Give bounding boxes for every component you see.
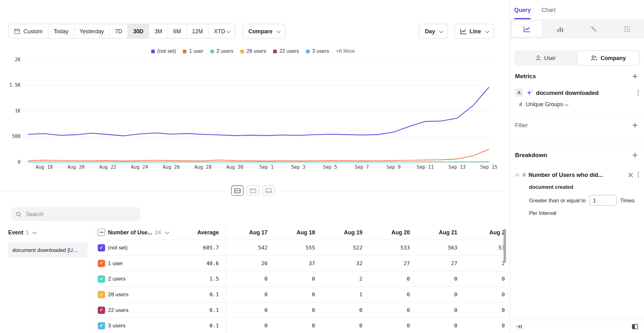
metric-options-button[interactable] (636, 89, 640, 97)
interval-select-button[interactable]: Day (419, 24, 448, 39)
times-value-input[interactable] (589, 195, 616, 205)
chart-type-line-button[interactable] (510, 19, 543, 38)
chevron-down-icon (165, 230, 169, 234)
layout-split-icon (234, 188, 241, 193)
legend-item[interactable]: 22 users (273, 48, 299, 54)
range-3m-button[interactable]: 3M (149, 24, 168, 38)
range-30d-button[interactable]: 30D (127, 24, 149, 38)
table-scrollbar[interactable] (503, 229, 506, 263)
metric-item[interactable]: A document downloaded # Unique Groups (510, 85, 644, 114)
bar-chart-icon (557, 26, 564, 32)
row-checkbox[interactable]: ✓ (98, 275, 105, 283)
date-column-header[interactable]: Aug 21 (416, 229, 463, 235)
cell-value: 563 (416, 244, 463, 251)
row-checkbox[interactable]: ✓ (98, 259, 105, 267)
panel-tabs: Query Chart (510, 0, 644, 19)
chart-display-tools: Day Line (419, 24, 494, 39)
breakdown-name[interactable]: Number of Users who did... (529, 172, 625, 178)
event-sparkle-icon (526, 90, 533, 96)
date-column-header[interactable]: Aug 2 (463, 229, 507, 235)
search-input[interactable] (25, 211, 136, 218)
add-metric-button[interactable] (632, 73, 638, 79)
row-checkbox[interactable]: ✓ (98, 306, 105, 314)
tab-chart[interactable]: Chart (541, 0, 556, 19)
legend-item[interactable]: 2 users (210, 48, 233, 54)
breakdown-item: # Number of Users who did... document cr… (510, 164, 644, 216)
chart-type-more-button[interactable] (611, 19, 644, 38)
date-column-header[interactable]: Aug 20 (368, 229, 416, 235)
legend-item[interactable]: 3 users (306, 48, 329, 54)
legend-item[interactable]: (not set) (151, 48, 176, 54)
row-checkbox[interactable]: ✓ (98, 291, 105, 298)
legend-item[interactable]: 1 user (183, 48, 203, 54)
x-axis-tick-label: Sep 5 (323, 164, 337, 170)
metric-name[interactable]: document downloaded (536, 90, 633, 96)
cell-value: 2 (463, 260, 507, 266)
custom-date-button[interactable]: Custom (8, 24, 48, 38)
range-yesterday-button[interactable]: Yesterday (74, 24, 109, 38)
range-today-button[interactable]: Today (48, 24, 74, 38)
plus-icon (632, 153, 637, 158)
chart-style-select-button[interactable]: Line (454, 24, 494, 39)
legend-more-button[interactable]: +6 More (336, 48, 355, 54)
date-range-group: Custom TodayYesterday7D30D3M6M12M XTD (8, 24, 235, 39)
layout-chart-only-button[interactable] (247, 185, 259, 196)
chevron-down-icon (439, 29, 443, 33)
range-xtd-button[interactable]: XTD (208, 24, 235, 38)
date-column-header[interactable]: Aug 17 (226, 229, 273, 235)
entity-company-button[interactable]: Company (577, 51, 640, 66)
legend-color-dot (306, 49, 310, 53)
chart-table-divider (0, 191, 506, 191)
layout-split-button[interactable] (231, 185, 243, 196)
cell-value: 0 (226, 307, 273, 313)
x-axis-tick-label: Sep 13 (448, 164, 465, 170)
chart-type-retention-card (579, 21, 609, 37)
search-icon (16, 211, 22, 217)
measure-dropdown[interactable]: Unique Groups (526, 101, 568, 108)
group-column-header[interactable]: Number of Use... 24 (96, 229, 169, 236)
range-7d-button[interactable]: 7D (109, 24, 128, 38)
average-column-header[interactable]: Average (169, 229, 226, 235)
date-column-header[interactable]: Aug 18 (273, 229, 321, 235)
table-body: ✓(not set)605.754255552253356353✓1 user4… (96, 240, 506, 333)
breakdown-options-button[interactable] (636, 171, 640, 179)
range-12m-button[interactable]: 12M (186, 24, 208, 38)
collapse-panel-button[interactable] (515, 323, 523, 331)
chart-type-line-card (512, 21, 542, 37)
condition-label: Greater than or equal to (529, 197, 586, 204)
cell-value: 0 (226, 323, 273, 329)
legend-color-dot (183, 49, 187, 53)
x-axis-tick-label: Aug 26 (163, 164, 180, 170)
legend-color-dot (151, 49, 155, 53)
compare-label: Compare (248, 28, 272, 34)
event-row[interactable]: document downloaded [U... (8, 243, 87, 258)
chart-type-retention-button[interactable] (577, 19, 610, 38)
remove-breakdown-button[interactable] (628, 172, 634, 178)
filter-heading: Filter (515, 122, 528, 128)
drag-handle-icon[interactable] (515, 173, 519, 177)
x-axis-tick-label: Aug 24 (131, 164, 148, 170)
legend-color-dot (240, 49, 244, 53)
toggle-side-panel-button[interactable] (631, 323, 639, 330)
row-checkbox[interactable]: ✓ (98, 244, 105, 251)
metrics-section-head: Metrics (510, 67, 644, 85)
row-label: 28 users (108, 291, 129, 298)
add-breakdown-button[interactable] (632, 152, 638, 158)
legend-item[interactable]: 28 users (240, 48, 266, 54)
layout-table-only-button[interactable] (263, 185, 275, 196)
company-label: Company (601, 55, 626, 61)
entity-user-button[interactable]: User (514, 51, 577, 66)
chart-type-bar-button[interactable] (544, 19, 577, 38)
add-filter-button[interactable] (632, 122, 638, 128)
x-axis-tick-label: Sep 7 (355, 164, 369, 170)
table-row: ✓1 user40.626373227272 (96, 255, 506, 271)
range-6m-button[interactable]: 6M (168, 24, 186, 38)
compare-button[interactable]: Compare (243, 24, 286, 39)
x-axis-tick-label: Sep 15 (480, 164, 497, 170)
tab-query[interactable]: Query (514, 0, 531, 19)
row-checkbox[interactable]: ✓ (98, 322, 105, 330)
select-all-checkbox[interactable] (98, 229, 105, 236)
chart-type-selector (510, 19, 644, 38)
event-column-header[interactable]: Event 1 (8, 225, 87, 240)
date-column-header[interactable]: Aug 19 (321, 229, 368, 235)
